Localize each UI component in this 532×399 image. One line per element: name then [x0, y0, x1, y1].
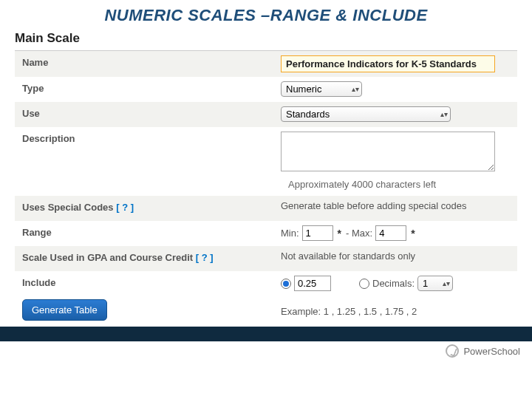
- gpa-message: Not available for standards only: [281, 250, 415, 262]
- label-include: Include: [15, 271, 273, 294]
- min-label: Min:: [281, 228, 299, 239]
- asterisk-icon: *: [336, 228, 343, 239]
- row-generate: Generate Table Example: 1 , 1.25 , 1.5 ,…: [15, 296, 517, 327]
- footer-band: [0, 327, 532, 341]
- range-min-input[interactable]: [302, 225, 333, 241]
- slide-title: NUMERIC SCALES –RANGE & INCLUDE: [0, 0, 532, 28]
- row-special-codes: Uses Special Codes [ ? ] Generate table …: [15, 196, 517, 221]
- chars-remaining: Approximately 4000 characters left: [15, 176, 517, 196]
- row-name: Name: [15, 51, 517, 77]
- help-link-special-codes[interactable]: [ ? ]: [116, 202, 134, 213]
- row-use: Use Standards ▴▾: [15, 102, 517, 127]
- type-select[interactable]: Numeric: [281, 81, 362, 97]
- label-special-codes: Uses Special Codes: [22, 202, 114, 213]
- form-area: Name Type Numeric ▴▾ Use Standards ▴▾: [0, 51, 532, 327]
- section-heading: Main Scale: [0, 28, 532, 50]
- powerschool-logo-icon: [446, 344, 459, 358]
- range-max-input[interactable]: [375, 225, 406, 241]
- decimals-select[interactable]: 1: [417, 276, 453, 291]
- label-range: Range: [15, 221, 273, 244]
- label-gpa: Scale Used in GPA and Course Credit: [22, 252, 193, 263]
- label-description: Description: [15, 127, 273, 150]
- decimals-label: Decimals:: [372, 278, 415, 289]
- label-name: Name: [15, 51, 273, 74]
- generate-table-button[interactable]: Generate Table: [22, 299, 107, 321]
- include-step-radio[interactable]: [281, 279, 291, 289]
- row-include: Include Decimals: 1 ▴▾: [15, 271, 517, 296]
- brand-text: PowerSchool: [463, 346, 520, 357]
- description-textarea[interactable]: [281, 132, 495, 171]
- asterisk-icon: *: [409, 228, 416, 239]
- include-decimals-radio[interactable]: [359, 279, 369, 289]
- name-input[interactable]: [281, 55, 495, 72]
- include-step-input[interactable]: [294, 276, 331, 291]
- row-description: Description: [15, 127, 517, 176]
- help-link-gpa[interactable]: [ ? ]: [196, 252, 214, 263]
- row-range: Range Min: * - Max: *: [15, 221, 517, 246]
- row-type: Type Numeric ▴▾: [15, 77, 517, 102]
- label-use: Use: [15, 102, 273, 125]
- use-select[interactable]: Standards: [281, 106, 451, 122]
- max-label: - Max:: [346, 228, 372, 239]
- label-type: Type: [15, 77, 273, 100]
- brand-row: PowerSchool: [0, 341, 532, 361]
- special-codes-message: Generate table before adding special cod…: [281, 200, 467, 211]
- row-gpa: Scale Used in GPA and Course Credit [ ? …: [15, 246, 517, 271]
- include-example: Example: 1 , 1.25 , 1.5 , 1.75 , 2: [281, 306, 417, 317]
